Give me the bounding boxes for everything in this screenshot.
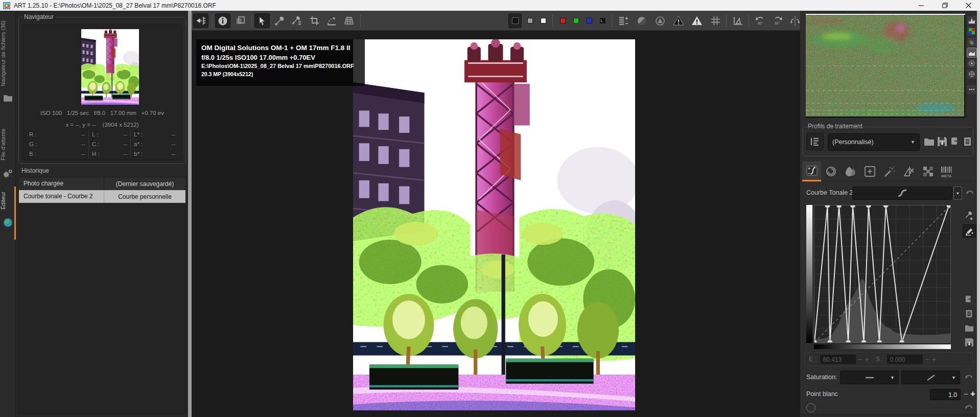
scope-mode-vectorscope-hs-button[interactable] [967, 59, 976, 68]
crop-tool-button[interactable] [307, 13, 322, 28]
channel-luminosity-button[interactable]: L [596, 13, 609, 28]
profile-select[interactable]: (Personnalisé)▼ [828, 133, 920, 151]
white-point-plus-button[interactable]: + [970, 389, 975, 399]
rotate-right-90-button[interactable]: 90° [770, 13, 785, 28]
perspective-tool-button[interactable] [341, 13, 357, 28]
rotate-left-90-button[interactable]: 90° [753, 13, 768, 28]
collapse-left-panel-button[interactable] [193, 13, 208, 28]
paste-profile-button[interactable] [962, 133, 974, 150]
reset-saturation-icon[interactable] [965, 374, 973, 381]
highlight-clipping-warning-button[interactable] [689, 13, 705, 28]
raw-histogram-button[interactable] [730, 13, 745, 28]
channel-red-button[interactable] [556, 13, 569, 28]
gamut-check-button[interactable] [652, 13, 668, 28]
saturation-curve-select-2[interactable]: ▼ [901, 370, 960, 384]
soft-proofing-button[interactable] [634, 13, 649, 28]
right-panel-scrollbar[interactable] [977, 11, 980, 417]
bg-color-gray-button[interactable] [524, 13, 536, 28]
close-button[interactable] [956, 0, 980, 11]
image-canvas[interactable]: OM Digital Solutions OM-1 + OM 17mm F1.8… [192, 31, 800, 417]
tab-exposure[interactable]: +− [802, 161, 821, 181]
main-image[interactable] [353, 39, 635, 410]
left-panel-scrollbar[interactable] [188, 11, 192, 417]
history-title: Historique [21, 167, 49, 174]
scope-mode-rgb-parade-button[interactable] [967, 27, 976, 36]
drc-tool-header[interactable]: Compression de la Plage Dynamique [800, 414, 977, 417]
white-point-slider[interactable] [806, 403, 960, 412]
minimize-button[interactable] [909, 0, 933, 11]
e-plus-button[interactable]: + [865, 355, 869, 363]
e-minus-button[interactable]: − [858, 355, 862, 363]
reset-white-point-icon[interactable] [965, 404, 973, 411]
saturation-curve-select-1[interactable]: ▼ [840, 370, 899, 384]
channel-green-button[interactable] [570, 13, 582, 28]
pixel-grid-button[interactable] [708, 13, 723, 28]
bg-color-dark-button[interactable] [508, 13, 522, 28]
navigator-title: Navigateur [22, 13, 56, 20]
bg-color-white-button[interactable] [537, 13, 549, 28]
straighten-tool-button[interactable] [324, 13, 339, 28]
e-value-field[interactable]: 60.413 [820, 354, 856, 364]
s-minus-button[interactable]: − [925, 355, 929, 363]
tone-curve-editor [806, 205, 954, 353]
restore-button[interactable] [933, 0, 956, 11]
tab-queue[interactable]: File d'attente [0, 124, 16, 165]
slider-track[interactable] [806, 407, 960, 409]
svg-text:META: META [941, 174, 952, 178]
white-point-label: Point blanc [806, 390, 838, 398]
curve-grid[interactable] [814, 205, 951, 343]
tool-tab-bar: +− META [800, 160, 977, 181]
tab-special-effects[interactable] [880, 161, 899, 181]
tab-editor[interactable]: Éditeur [0, 188, 16, 214]
s-value-field[interactable]: 0.000 [886, 354, 923, 364]
title-bar: ART 1.25.10 - E:\Photos\OM-1\2025_08_27 … [0, 0, 980, 11]
tab-detail[interactable] [822, 161, 841, 181]
curve-edit-pencil-button[interactable] [963, 224, 976, 238]
curve-save-button[interactable] [963, 336, 976, 349]
tab-color[interactable] [841, 161, 860, 181]
scope-mode-histogram-button[interactable] [967, 16, 976, 25]
copy-profile-button[interactable] [949, 133, 962, 150]
navigator-thumbnail[interactable] [81, 29, 139, 105]
linear-curve-icon [926, 374, 936, 381]
save-profile-button[interactable] [936, 133, 948, 150]
s-label: S : [876, 356, 883, 363]
curve-load-button[interactable] [963, 321, 976, 335]
curve-type-dropdown-button[interactable]: ▼ [953, 187, 962, 200]
curve-type-select[interactable] [852, 187, 952, 200]
history-row[interactable]: Photo chargée (Dernier sauvegardé) [19, 177, 185, 190]
history-row-selected[interactable]: Courbe tonale - Courbe 2 Courbe personne… [19, 190, 185, 203]
white-balance-picker-button[interactable] [289, 13, 305, 28]
image-info-button[interactable] [215, 13, 230, 28]
slider-knob[interactable] [806, 403, 815, 412]
history-list: Photo chargée (Dernier sauvegardé) Courb… [18, 177, 186, 414]
e-label: E : [809, 356, 816, 363]
before-after-view-button[interactable] [232, 13, 248, 28]
scope-mode-color-parade-button[interactable] [967, 37, 976, 47]
curve-copy-button[interactable] [963, 293, 976, 306]
curve-picker-button[interactable] [963, 209, 976, 222]
white-point-minus-button[interactable]: − [964, 389, 968, 398]
hand-tool-button[interactable] [254, 13, 270, 28]
scope-mode-waveform-button[interactable] [967, 48, 976, 57]
image-info-overlay: OM Digital Solutions OM-1 + OM 17mm F1.8… [196, 39, 365, 86]
tab-file-browser[interactable]: Navigateur de fichiers (36) [0, 15, 16, 91]
shadow-clipping-warning-button[interactable] [671, 13, 686, 28]
reset-curve-icon[interactable] [966, 190, 974, 197]
curve-vertical-gradient [806, 205, 812, 343]
load-profile-button[interactable] [923, 133, 935, 150]
scope-mode-vectorscope-hc-button[interactable] [967, 70, 976, 79]
bundled-profiles-button[interactable] [806, 133, 824, 150]
tab-local-editing[interactable] [860, 161, 879, 181]
channel-blue-button[interactable] [583, 13, 595, 28]
overlay-path: E:\Photos\OM-1\2025_08_27 Belval 17 mm\P… [201, 62, 360, 71]
tab-metadata[interactable]: META [938, 161, 957, 181]
tab-transform[interactable] [899, 161, 918, 181]
color-picker-tool-button[interactable] [272, 13, 287, 28]
scope-options-button[interactable] [967, 85, 976, 94]
s-plus-button[interactable]: + [932, 355, 936, 363]
curve-paste-button[interactable] [963, 307, 976, 320]
tab-raw[interactable] [919, 161, 938, 181]
white-point-value-field[interactable]: 1.0 [930, 389, 961, 400]
false-colors-button[interactable] [616, 13, 631, 28]
